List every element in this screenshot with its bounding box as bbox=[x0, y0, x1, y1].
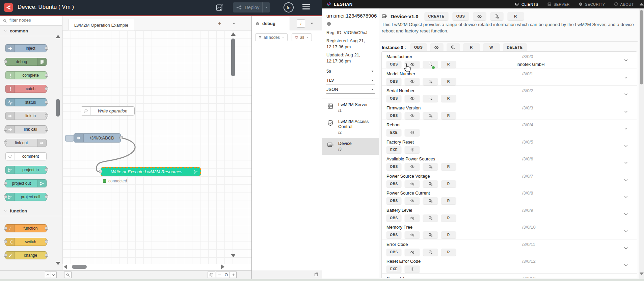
chevron-down-icon[interactable] bbox=[623, 57, 629, 63]
r-button[interactable]: R bbox=[441, 214, 456, 222]
palette-node-function[interactable]: ffunction bbox=[5, 224, 47, 232]
chevron-down-icon[interactable] bbox=[623, 211, 629, 217]
deploy-button[interactable]: Deploy bbox=[233, 2, 270, 12]
r-button[interactable]: R bbox=[441, 95, 456, 102]
input-port[interactable] bbox=[4, 60, 7, 63]
flow-canvas[interactable]: Write operation /3/0/0:ABCD Write or Exe… bbox=[62, 30, 251, 264]
input-port[interactable] bbox=[4, 254, 7, 257]
eye-off-icon-button[interactable] bbox=[405, 197, 420, 204]
palette-node-switch[interactable]: switch bbox=[5, 238, 47, 246]
palette-node-link-out[interactable]: link out bbox=[5, 139, 47, 147]
obs-button[interactable]: OBS bbox=[386, 249, 401, 256]
scroll-down-arrow[interactable] bbox=[231, 254, 236, 257]
output-port[interactable] bbox=[45, 114, 48, 117]
chevron-down-icon[interactable] bbox=[623, 143, 629, 149]
r-button[interactable]: R bbox=[441, 180, 456, 187]
output-port[interactable] bbox=[45, 227, 48, 230]
inject-trigger-button[interactable] bbox=[65, 135, 74, 142]
main-menu-button[interactable] bbox=[302, 4, 310, 11]
user-avatar[interactable]: fo bbox=[284, 2, 294, 12]
r-button[interactable]: R bbox=[441, 231, 456, 238]
eye-off-icon-button[interactable] bbox=[405, 78, 420, 85]
chevron-down-icon[interactable] bbox=[623, 109, 629, 114]
scrollbar-thumb[interactable] bbox=[72, 265, 87, 269]
scrollbar-thumb[interactable] bbox=[56, 99, 60, 117]
eye-off-icon-button[interactable] bbox=[405, 180, 420, 187]
observe-stop-icon-button[interactable] bbox=[423, 231, 438, 238]
object-item-lwm2m-access-control[interactable]: LwM2M Access Control/2 bbox=[322, 116, 379, 138]
palette-node-comment[interactable]: comment bbox=[5, 152, 47, 160]
gear-icon-button[interactable] bbox=[405, 265, 420, 273]
sidebar-options-button[interactable] bbox=[309, 21, 315, 26]
obs-button[interactable]: OBS bbox=[386, 78, 401, 85]
eye-off-icon-button[interactable] bbox=[405, 231, 420, 238]
create-button[interactable]: CREATE bbox=[425, 12, 448, 20]
obs-button[interactable]: OBS bbox=[386, 180, 401, 187]
observe-stop-icon-button[interactable] bbox=[423, 249, 438, 256]
gear-icon-button[interactable] bbox=[405, 129, 420, 136]
eye-off-icon-button[interactable] bbox=[405, 112, 420, 119]
eye-off-icon-button[interactable] bbox=[405, 249, 420, 256]
palette-section-function[interactable]: function bbox=[0, 206, 62, 216]
eye-off-icon-button[interactable] bbox=[430, 43, 443, 51]
w-button[interactable]: W bbox=[483, 43, 500, 51]
debug-clear-button[interactable]: all bbox=[292, 33, 312, 41]
palette-node-project-in[interactable]: project in bbox=[5, 166, 47, 174]
output-port[interactable] bbox=[45, 74, 48, 77]
chevron-down-icon[interactable] bbox=[623, 262, 629, 268]
chevron-down-icon[interactable] bbox=[623, 75, 629, 80]
input-port[interactable] bbox=[99, 170, 102, 173]
scroll-up-arrow[interactable] bbox=[640, 3, 644, 6]
observe-stop-icon-button[interactable] bbox=[423, 163, 438, 170]
gear-icon-button[interactable] bbox=[405, 146, 420, 153]
flow-tab[interactable]: LwM2M Operation Example bbox=[68, 19, 134, 31]
r-button[interactable]: R bbox=[441, 78, 456, 85]
eye-off-icon-button[interactable] bbox=[405, 214, 420, 222]
palette-node-catch[interactable]: catch bbox=[5, 85, 47, 93]
palette-node-project-out[interactable]: project out bbox=[5, 179, 47, 187]
output-port[interactable] bbox=[45, 254, 48, 257]
observe-stop-icon-button[interactable] bbox=[423, 197, 438, 204]
observe-stop-icon-button[interactable] bbox=[423, 214, 438, 222]
eye-off-icon-button[interactable] bbox=[405, 95, 420, 102]
zoom-in-button[interactable] bbox=[230, 272, 237, 278]
palette-node-project-call[interactable]: project call bbox=[5, 193, 47, 201]
chevron-down-icon[interactable] bbox=[623, 228, 629, 234]
nav-clients[interactable]: CLIENTS bbox=[515, 2, 538, 6]
output-port[interactable] bbox=[45, 47, 48, 50]
r-button[interactable]: R bbox=[441, 61, 456, 68]
exe-button[interactable]: EXE bbox=[386, 265, 401, 273]
observe-stop-icon-button[interactable] bbox=[490, 12, 503, 20]
object-item-lwm2m-server[interactable]: LwM2M Server/1 bbox=[322, 99, 379, 116]
obs-button[interactable]: OBS bbox=[386, 231, 401, 238]
collapse-palette-button[interactable] bbox=[45, 272, 51, 278]
delete-button[interactable]: DELETE bbox=[503, 43, 527, 51]
chevron-down-icon[interactable] bbox=[623, 92, 629, 97]
chevron-down-icon[interactable] bbox=[623, 194, 629, 200]
palette-node-debug[interactable]: debug bbox=[5, 58, 47, 66]
eye-off-icon-button[interactable] bbox=[473, 12, 486, 20]
palette-node-inject[interactable]: inject bbox=[5, 44, 47, 52]
obs-button[interactable]: OBS bbox=[386, 112, 401, 119]
flow-list-button[interactable] bbox=[231, 20, 237, 27]
eye-off-icon-button[interactable] bbox=[405, 61, 420, 68]
scroll-down-arrow[interactable] bbox=[640, 273, 644, 276]
deploy-options-button[interactable] bbox=[262, 2, 270, 12]
r-button[interactable]: R bbox=[441, 197, 456, 204]
scroll-down-arrow[interactable] bbox=[56, 262, 60, 265]
select-field-2[interactable]: JSON bbox=[326, 84, 375, 94]
output-port[interactable] bbox=[45, 195, 48, 198]
object-item-device[interactable]: Device/3 bbox=[322, 138, 379, 155]
obs-button[interactable]: OBS bbox=[386, 163, 401, 170]
expand-palette-button[interactable] bbox=[51, 272, 57, 278]
observe-stop-icon-button[interactable] bbox=[423, 112, 438, 119]
scroll-up-arrow[interactable] bbox=[231, 32, 236, 36]
inject-node[interactable]: /3/0/0:ABCD bbox=[74, 133, 121, 143]
palette-node-link-call[interactable]: link call bbox=[5, 125, 47, 133]
input-port[interactable] bbox=[4, 227, 7, 230]
input-port[interactable] bbox=[4, 141, 7, 144]
output-port[interactable] bbox=[45, 87, 48, 90]
observe-stop-icon-button[interactable] bbox=[423, 180, 438, 187]
output-port[interactable] bbox=[45, 101, 48, 104]
obs-button[interactable]: OBS bbox=[410, 43, 427, 51]
